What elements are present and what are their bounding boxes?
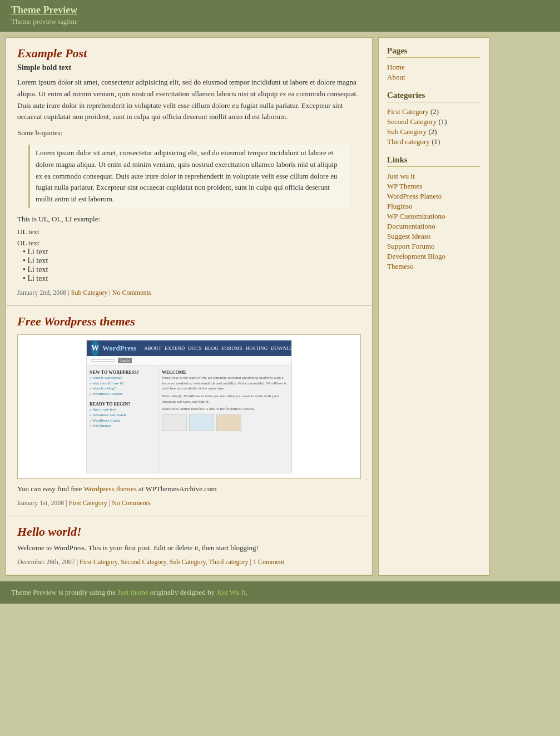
- wp-description: WordPress is the state-of-the-art semant…: [162, 376, 289, 392]
- wp-logo-text: WordPress: [102, 344, 136, 353]
- post-cat-sub[interactable]: Sub Category: [170, 558, 206, 566]
- post-comments-link[interactable]: No Comments: [112, 289, 151, 297]
- post-title-example: Example Post: [17, 46, 361, 61]
- post-cat-second[interactable]: Second Category: [121, 558, 166, 566]
- wp-nav-links: » what is wordpress?» why should I use i…: [90, 376, 156, 397]
- sidebar-link-link-wpthemes[interactable]: WP Themes: [387, 182, 422, 190]
- wp-nav-download: DOWNLOAD: [271, 345, 300, 351]
- sidebar-link-justwuit: Just wu it: [387, 171, 480, 181]
- sidebar-cat-link-sub[interactable]: Sub Category: [387, 127, 427, 136]
- sidebar-cat-link-first[interactable]: First Category: [387, 107, 429, 116]
- sidebar: Pages Home About Categories First Catego…: [378, 37, 489, 576]
- sidebar-cat-link-third[interactable]: Third category: [387, 137, 430, 146]
- wp-nav-docs: DOCS: [188, 345, 201, 351]
- list-item: Li text: [23, 248, 361, 256]
- post-title-wp: Free Wordpress themes: [17, 314, 361, 329]
- main-content: Example Post Simple bold text Lorem ipsu…: [6, 37, 373, 576]
- sidebar-link-link-justwuit[interactable]: Just wu it: [387, 172, 415, 180]
- sidebar-categories-heading: Categories: [387, 91, 480, 102]
- wp-nav-forums: FORUMS: [222, 345, 242, 351]
- wp-begin-links: » find a web host» Download and Install»…: [90, 407, 156, 429]
- sidebar-pages-heading: Pages: [387, 46, 480, 58]
- wp-right-panel: WELCOME WordPress is the state-of-the-ar…: [159, 365, 291, 473]
- post-wp-intro: You can easy find free: [17, 485, 83, 493]
- site-footer: Theme Preview is proudly using the Just …: [0, 581, 560, 604]
- sidebar-cat-link-second[interactable]: Second Category: [387, 117, 437, 126]
- wp-left-panel: NEW TO WORDPRESS? » what is wordpress?» …: [87, 365, 159, 473]
- footer-text-middle: originally designed by: [148, 588, 217, 596]
- post-date-wp: January 1st, 2008: [17, 499, 64, 507]
- post-wp-link[interactable]: Wordpress themes: [83, 485, 136, 493]
- sidebar-link-link-themeso[interactable]: Themeso: [387, 262, 414, 270]
- sidebar-link-link-devblog[interactable]: Development Blogo: [387, 252, 445, 260]
- sidebar-cat-second: Second Category (1): [387, 117, 480, 127]
- sidebar-link-docso: Documentationo: [387, 221, 480, 231]
- post-body-hello: Welcome to WordPress. This is your first…: [17, 544, 361, 552]
- post-ul-text: UL text: [17, 228, 361, 236]
- wp-nav-blog: BLOG: [205, 345, 219, 351]
- sidebar-link-link-suggest[interactable]: Suggest Ideaso: [387, 232, 430, 240]
- post-ul-ol-label: This is UL, OL, LI example:: [17, 214, 361, 225]
- post-date-hello: December 26th, 2007: [17, 558, 75, 566]
- wp-theme-box-3: [216, 414, 241, 431]
- footer-just-wu-it-link[interactable]: Just Wu It: [216, 588, 246, 596]
- site-title[interactable]: Theme Preview: [11, 4, 549, 16]
- wp-body: NEW TO WORDPRESS? » what is wordpress?» …: [87, 365, 291, 473]
- post-meta-example: January 2nd, 2008 | Sub Category | No Co…: [17, 289, 361, 297]
- wp-nav-bar: W WordPress ABOUT EXTEND DOCS BLOG FORUM…: [87, 340, 291, 356]
- list-item: Li text: [23, 274, 361, 283]
- sidebar-link-link-forum[interactable]: Support Forumo: [387, 242, 435, 250]
- post-comments-link-wp[interactable]: No Comments: [112, 499, 151, 507]
- content-wrap: Example Post Simple bold text Lorem ipsu…: [0, 32, 560, 581]
- wp-nav-extend: EXTEND: [165, 345, 185, 351]
- post-title-link-example[interactable]: Example Post: [17, 46, 87, 60]
- post-title-link-hello[interactable]: Hello world!: [17, 525, 82, 539]
- post-bold-text: Simple bold text: [17, 63, 361, 72]
- sidebar-link-forum: Support Forumo: [387, 241, 480, 251]
- sidebar-cat-third: Third category (1): [387, 137, 480, 147]
- sidebar-link-link-pluginso[interactable]: Pluginso: [387, 202, 413, 210]
- wp-nav-hosting: HOSTING: [246, 345, 268, 351]
- sidebar-categories-list: First Category (2) Second Category (1) S…: [387, 107, 480, 147]
- post-blockquote: Lorem ipsum dolor sit amet, consectetur …: [28, 145, 350, 208]
- post-meta-hello: December 26th, 2007 | First Category, Se…: [17, 558, 361, 566]
- sidebar-link-themeso: Themeso: [387, 261, 480, 271]
- wp-logo-letter: W: [91, 344, 99, 353]
- wp-screenshot: W WordPress ABOUT EXTEND DOCS BLOG FORUM…: [17, 334, 361, 479]
- wp-ready-heading: READY TO BEGIN?: [90, 402, 156, 407]
- wp-welcome-heading: NEW TO WORDPRESS?: [90, 370, 156, 375]
- post-li-list: Li text Li text Li text Li text: [23, 248, 361, 283]
- post-cat-third[interactable]: Third category: [209, 558, 249, 566]
- site-header: Theme Preview Theme preview tagline: [0, 0, 560, 32]
- sidebar-cat-first: First Category (2): [387, 107, 480, 117]
- post-comments-link-hello[interactable]: 1 Comment: [253, 558, 284, 566]
- post-subheading: Some b-quotes:: [17, 127, 361, 139]
- sidebar-link-link-wpcustom[interactable]: WP Customizationo: [387, 212, 445, 220]
- sidebar-cat-count-first: (2): [430, 107, 439, 116]
- sidebar-link-suggest: Suggest Ideaso: [387, 231, 480, 241]
- site-title-link[interactable]: Theme Preview: [11, 4, 77, 16]
- post-body-example: Lorem ipsum dolor sit amet, consectetur …: [17, 77, 361, 123]
- footer-text-after: .: [246, 588, 247, 596]
- sidebar-cat-count-third: (1): [432, 137, 440, 146]
- post-category-link[interactable]: Sub Category: [71, 289, 108, 297]
- sidebar-link-link-docso[interactable]: Documentationo: [387, 222, 435, 230]
- sidebar-link-wpcustom: WP Customizationo: [387, 211, 480, 221]
- sidebar-page-link-home[interactable]: Home: [387, 63, 405, 71]
- wp-theme-boxes: [162, 414, 289, 431]
- footer-just-theme-link[interactable]: Just theme: [117, 588, 148, 596]
- wp-theme-box-2: [189, 414, 214, 431]
- wp-screenshot-inner: W WordPress ABOUT EXTEND DOCS BLOG FORUM…: [86, 340, 292, 473]
- post-title-link-wp[interactable]: Free Wordpress themes: [17, 314, 135, 328]
- post-wp-themes: Free Wordpress themes W WordPress ABOUT …: [6, 306, 372, 516]
- site-tagline: Theme preview tagline: [11, 17, 549, 26]
- post-cat-first[interactable]: First Category: [80, 558, 117, 566]
- sidebar-page-about: About: [387, 72, 480, 82]
- sidebar-link-wpthemes: WP Themes: [387, 181, 480, 191]
- post-example: Example Post Simple bold text Lorem ipsu…: [6, 38, 372, 306]
- sidebar-pages-list: Home About: [387, 62, 480, 82]
- sidebar-page-link-about[interactable]: About: [387, 73, 405, 81]
- post-category-link-wp[interactable]: First Category: [69, 499, 107, 507]
- wp-more-text: More simply, WordPress is what you use w…: [162, 394, 289, 405]
- sidebar-link-link-wpplaneto[interactable]: WordPress Planeto: [387, 192, 442, 200]
